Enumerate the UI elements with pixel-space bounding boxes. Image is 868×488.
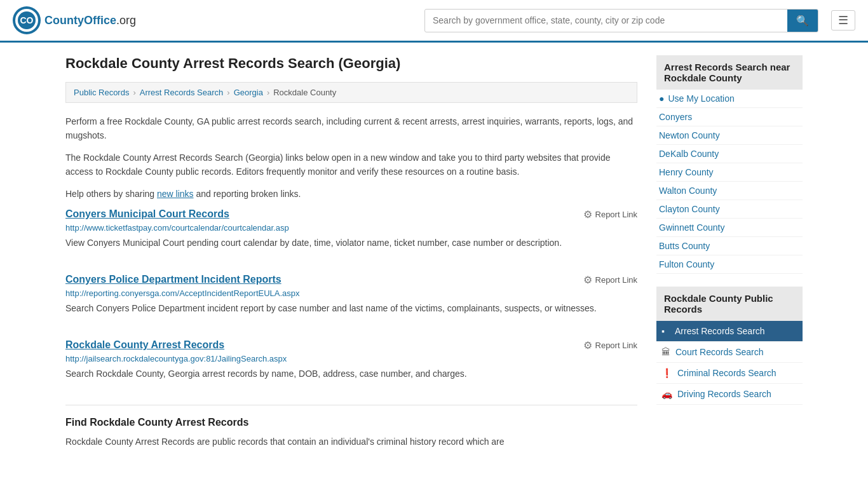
breadcrumb-arrest-records[interactable]: Arrest Records Search	[140, 88, 224, 97]
search-bar: 🔍	[424, 9, 818, 32]
newton-link[interactable]: Newton County	[659, 130, 720, 140]
arrest-icon: ▪	[656, 326, 665, 336]
breadcrumb: Public Records › Arrest Records Search ›…	[65, 82, 637, 103]
result-header-2: Conyers Police Department Incident Repor…	[65, 274, 637, 286]
bc-sep-3: ›	[267, 88, 269, 97]
find-section-heading: Find Rockdale County Arrest Records	[65, 417, 637, 428]
search-input[interactable]	[425, 10, 787, 30]
sidebar-use-location[interactable]: ● Use My Location	[656, 90, 803, 108]
henry-link[interactable]: Henry County	[659, 167, 714, 177]
sidebar-nearby-list: ● Use My Location Conyers Newton County …	[656, 90, 803, 274]
svg-text:CO: CO	[20, 15, 34, 25]
sidebar-public-title-text: Rockdale County Public Records	[664, 293, 773, 315]
result-title-2[interactable]: Conyers Police Department Incident Repor…	[65, 274, 281, 285]
main-content: Rockdale County Arrest Records Search (G…	[65, 55, 637, 456]
logo[interactable]: CO CountyOffice.org	[13, 6, 136, 34]
fulton-link[interactable]: Fulton County	[659, 259, 714, 269]
court-icon: 🏛	[656, 347, 670, 357]
driving-icon: 🚗	[656, 389, 672, 399]
result-title-3[interactable]: Rockdale County Arrest Records	[65, 339, 224, 351]
logo-county: CountyOffice	[44, 14, 116, 27]
logo-icon: CO	[13, 6, 41, 34]
result-desc-1: View Conyers Municipal Court pending cou…	[65, 236, 637, 250]
sidebar-public-title: Rockdale County Public Records	[656, 287, 803, 321]
main-layout: Rockdale County Arrest Records Search (G…	[53, 43, 815, 482]
public-records-court[interactable]: 🏛 Court Records Search	[656, 342, 803, 363]
logo-org: .org	[116, 14, 136, 27]
search-button[interactable]: 🔍	[787, 10, 818, 32]
report-label-2: Report Link	[595, 275, 637, 285]
sidebar-item-conyers[interactable]: Conyers	[656, 108, 803, 126]
desc-para-2: The Rockdale County Arrest Records Searc…	[65, 151, 637, 179]
logo-text-area: CountyOffice.org	[44, 14, 136, 27]
result-url-2[interactable]: http://reporting.conyersga.com/AcceptInc…	[65, 288, 637, 298]
public-records-driving[interactable]: 🚗 Driving Records Search	[656, 384, 803, 405]
gwinnett-link[interactable]: Gwinnett County	[659, 222, 725, 233]
sidebar: Arrest Records Search near Rockdale Coun…	[656, 55, 803, 456]
location-icon: ●	[659, 93, 664, 104]
bc-sep-1: ›	[133, 88, 135, 97]
breadcrumb-georgia[interactable]: Georgia	[234, 88, 263, 97]
find-section: Find Rockdale County Arrest Records Rock…	[65, 405, 637, 449]
sidebar-item-butts[interactable]: Butts County	[656, 237, 803, 255]
find-section-desc: Rockdale County Arrest Records are publi…	[65, 435, 637, 449]
report-link-btn-2[interactable]: ⚙ Report Link	[583, 274, 637, 286]
court-records-link[interactable]: Court Records Search	[675, 342, 764, 362]
result-header-3: Rockdale County Arrest Records ⚙ Report …	[65, 339, 637, 351]
result-title-1[interactable]: Conyers Municipal Court Records	[65, 208, 229, 220]
sidebar-item-newton[interactable]: Newton County	[656, 126, 803, 145]
sidebar-nearby-title: Arrest Records Search near Rockdale Coun…	[656, 55, 803, 90]
result-header-1: Conyers Municipal Court Records ⚙ Report…	[65, 208, 637, 220]
clayton-link[interactable]: Clayton County	[659, 204, 720, 214]
sidebar-item-fulton[interactable]: Fulton County	[656, 255, 803, 274]
sidebar-item-walton[interactable]: Walton County	[656, 182, 803, 200]
sidebar-item-gwinnett[interactable]: Gwinnett County	[656, 219, 803, 237]
desc-para-3: Help others by sharing new links and rep…	[65, 187, 637, 201]
report-link-btn-3[interactable]: ⚙ Report Link	[583, 339, 637, 351]
use-location-link[interactable]: Use My Location	[668, 93, 734, 104]
butts-link[interactable]: Butts County	[659, 241, 710, 251]
report-icon-3: ⚙	[583, 339, 592, 351]
desc-para-1: Perform a free Rockdale County, GA publi…	[65, 114, 637, 143]
result-item-1: Conyers Municipal Court Records ⚙ Report…	[65, 208, 637, 256]
sidebar-item-clayton[interactable]: Clayton County	[656, 200, 803, 219]
sidebar-item-henry[interactable]: Henry County	[656, 163, 803, 182]
walton-link[interactable]: Walton County	[659, 186, 717, 196]
dekalb-link[interactable]: DeKalb County	[659, 149, 719, 159]
result-desc-3: Search Rockdale County, Georgia arrest r…	[65, 367, 637, 381]
desc-para-3-after: and reporting broken links.	[194, 189, 301, 199]
driving-records-link[interactable]: Driving Records Search	[677, 384, 771, 404]
result-item-2: Conyers Police Department Incident Repor…	[65, 274, 637, 322]
desc-para-3-before: Help others by sharing	[65, 189, 157, 199]
sidebar-nearby-title-text: Arrest Records Search near Rockdale Coun…	[664, 62, 790, 83]
sidebar-public-records: Rockdale County Public Records ▪ Arrest …	[656, 287, 803, 405]
report-icon-2: ⚙	[583, 274, 592, 286]
criminal-icon: ❗	[656, 368, 672, 378]
report-link-btn-1[interactable]: ⚙ Report Link	[583, 208, 637, 220]
result-url-3[interactable]: http://jailsearch.rockdalecountyga.gov:8…	[65, 354, 637, 363]
conyers-link[interactable]: Conyers	[659, 112, 692, 122]
bc-sep-2: ›	[227, 88, 229, 97]
page-title: Rockdale County Arrest Records Search (G…	[65, 55, 637, 72]
report-icon-1: ⚙	[583, 208, 592, 220]
breadcrumb-current: Rockdale County	[273, 88, 336, 97]
sidebar-item-dekalb[interactable]: DeKalb County	[656, 145, 803, 163]
public-records-criminal[interactable]: ❗ Criminal Records Search	[656, 363, 803, 384]
public-records-list: ▪ Arrest Records Search 🏛 Court Records …	[656, 321, 803, 405]
report-label-1: Report Link	[595, 210, 637, 219]
new-links-link[interactable]: new links	[157, 189, 194, 199]
breadcrumb-public-records[interactable]: Public Records	[74, 88, 129, 97]
result-item-3: Rockdale County Arrest Records ⚙ Report …	[65, 339, 637, 387]
result-desc-2: Search Conyers Police Department inciden…	[65, 302, 637, 315]
arrest-records-link[interactable]: Arrest Records Search	[670, 321, 770, 341]
criminal-records-link[interactable]: Criminal Records Search	[677, 363, 776, 383]
menu-button[interactable]: ☰	[831, 10, 855, 30]
site-header: CO CountyOffice.org 🔍 ☰	[0, 0, 868, 43]
result-url-1[interactable]: http://www.ticketfastpay.com/courtcalend…	[65, 223, 637, 233]
report-label-3: Report Link	[595, 341, 637, 350]
public-records-arrest[interactable]: ▪ Arrest Records Search	[656, 321, 803, 342]
